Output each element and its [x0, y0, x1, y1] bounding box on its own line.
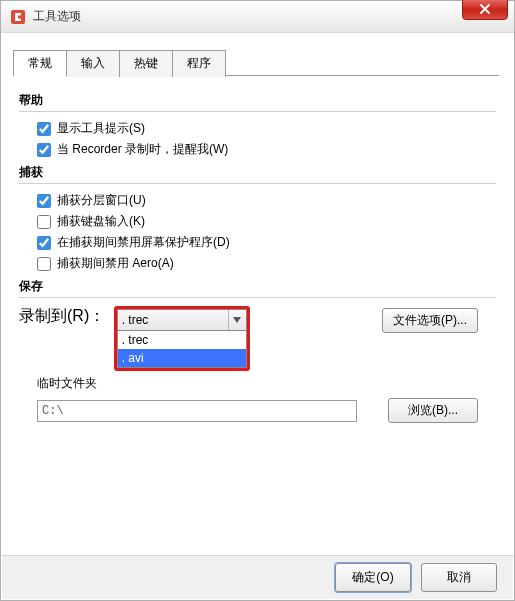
checkbox-row-aero[interactable]: 捕获期间禁用 Aero(A): [37, 255, 496, 272]
section-title-capture: 捕获: [19, 164, 496, 181]
tab-bar: 常规 输入 热键 程序: [13, 49, 502, 76]
checkbox-label: 显示工具提示(S): [57, 120, 145, 137]
chevron-down-icon: [228, 310, 246, 330]
divider: [19, 111, 496, 112]
divider: [19, 297, 496, 298]
dialog-button-bar: 确定(O) 取消: [2, 555, 513, 599]
svg-rect-3: [15, 18, 21, 21]
divider: [19, 183, 496, 184]
option-label: . avi: [122, 351, 144, 365]
tab-label: 常规: [28, 56, 52, 70]
format-option-avi[interactable]: . avi: [118, 349, 246, 367]
record-format-highlight: . trec . trec . avi: [114, 306, 250, 371]
cancel-button[interactable]: 取消: [421, 563, 497, 592]
title-text: 工具选项: [33, 8, 81, 25]
option-label: . trec: [122, 333, 149, 347]
tab-label: 输入: [81, 56, 105, 70]
svg-rect-2: [15, 13, 21, 16]
button-label: 确定(O): [352, 570, 393, 584]
close-button[interactable]: [462, 0, 508, 20]
checkbox-label: 在捕获期间禁用屏幕保护程序(D): [57, 234, 230, 251]
ok-button[interactable]: 确定(O): [335, 563, 411, 592]
checkbox-label: 捕获期间禁用 Aero(A): [57, 255, 174, 272]
checkbox-label: 捕获分层窗口(U): [57, 192, 146, 209]
close-icon: [479, 3, 491, 15]
browse-button[interactable]: 浏览(B)...: [388, 398, 478, 423]
file-options-button[interactable]: 文件选项(P)...: [382, 308, 478, 333]
checkbox-tooltips[interactable]: [37, 122, 51, 136]
checkbox-screensaver[interactable]: [37, 236, 51, 250]
section-title-save: 保存: [19, 278, 496, 295]
checkbox-row-tooltips[interactable]: 显示工具提示(S): [37, 120, 496, 137]
checkbox-label: 捕获键盘输入(K): [57, 213, 145, 230]
button-label: 文件选项(P)...: [393, 313, 467, 327]
tab-hotkey[interactable]: 热键: [120, 50, 173, 77]
temp-folder-label: 临时文件夹: [37, 375, 97, 392]
button-label: 取消: [447, 570, 471, 584]
tab-input[interactable]: 输入: [67, 50, 120, 77]
format-option-trec[interactable]: . trec: [118, 331, 246, 349]
checkbox-aero[interactable]: [37, 257, 51, 271]
app-icon: [9, 8, 27, 26]
checkbox-layered[interactable]: [37, 194, 51, 208]
button-label: 浏览(B)...: [408, 403, 458, 417]
title-bar: 工具选项: [1, 1, 514, 33]
checkbox-row-keyboard[interactable]: 捕获键盘输入(K): [37, 213, 496, 230]
record-format-dropdown[interactable]: . trec: [117, 309, 247, 331]
tab-general[interactable]: 常规: [13, 50, 67, 77]
checkbox-row-screensaver[interactable]: 在捕获期间禁用屏幕保护程序(D): [37, 234, 496, 251]
checkbox-label: 当 Recorder 录制时，提醒我(W): [57, 141, 228, 158]
checkbox-keyboard[interactable]: [37, 215, 51, 229]
checkbox-row-layered[interactable]: 捕获分层窗口(U): [37, 192, 496, 209]
tab-label: 程序: [187, 56, 211, 70]
section-title-help: 帮助: [19, 92, 496, 109]
record-format-options: . trec . avi: [117, 331, 247, 368]
tab-label: 热键: [134, 56, 158, 70]
dropdown-value: . trec: [122, 313, 149, 327]
checkbox-row-remind[interactable]: 当 Recorder 录制时，提醒我(W): [37, 141, 496, 158]
record-to-label: 录制到(R)：: [19, 307, 105, 324]
tab-program[interactable]: 程序: [173, 50, 226, 77]
checkbox-remind[interactable]: [37, 143, 51, 157]
temp-folder-path[interactable]: [37, 400, 357, 422]
